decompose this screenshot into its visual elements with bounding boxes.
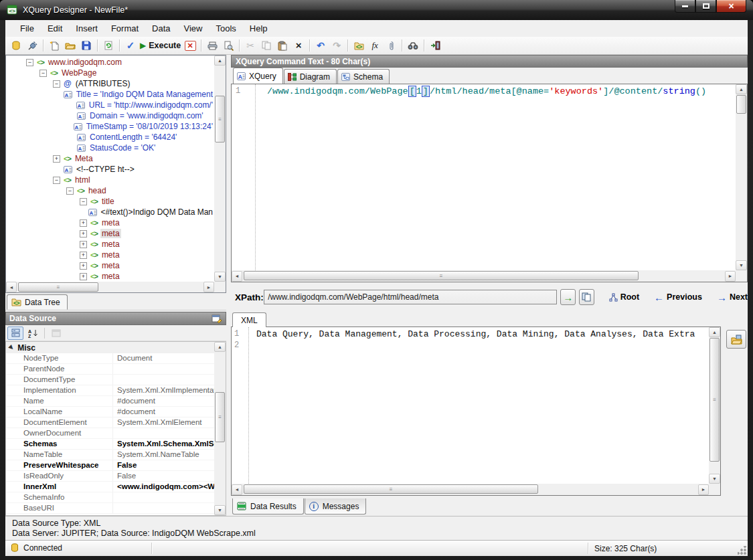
editor-horizontal-scrollbar[interactable]: ◄ ≡ ► — [232, 270, 736, 282]
xml-results-editor[interactable]: 12 Data Query, Data Management, Data Pro… — [231, 326, 721, 496]
connect-button[interactable] — [24, 38, 40, 54]
tab-xquery[interactable]: A XQuery — [233, 68, 283, 84]
exit-button[interactable] — [427, 38, 443, 54]
propgrid-vscroll-thumb[interactable]: ≡ — [215, 392, 225, 442]
tab-diagram[interactable]: Diagram — [284, 69, 337, 84]
editor-hscroll-thumb[interactable]: ≡ — [244, 271, 639, 280]
scroll-down-icon[interactable]: ▼ — [214, 272, 226, 282]
property-row[interactable]: NodeTypeDocument — [6, 353, 214, 364]
expand-icon[interactable]: + — [80, 219, 87, 227]
validate-button[interactable]: ✓ — [122, 38, 139, 54]
menu-edit[interactable]: Edit — [41, 21, 69, 36]
property-row[interactable]: DocumentType — [6, 375, 214, 385]
tree-node[interactable]: −<>WebPage — [6, 68, 214, 78]
scroll-up-icon[interactable]: ▲ — [214, 56, 226, 66]
scroll-left-icon[interactable]: ◄ — [6, 282, 17, 292]
function-button[interactable]: fx — [367, 38, 383, 54]
delete-button[interactable]: × — [290, 38, 307, 54]
tree-node[interactable]: ADomain = 'www.indigodqm.com' — [6, 110, 214, 121]
collapse-icon[interactable]: − — [39, 70, 47, 77]
menu-view[interactable]: View — [177, 21, 210, 36]
scroll-down-icon[interactable]: ▼ — [214, 505, 226, 515]
tree-node[interactable]: +<>Meta — [6, 153, 214, 164]
open-result-button[interactable] — [726, 330, 746, 349]
results-vscroll-thumb[interactable]: ≡ — [709, 338, 720, 462]
stop-button[interactable]: ✕ — [182, 38, 198, 54]
cut-button[interactable]: ✂ — [242, 38, 258, 54]
tree-node[interactable]: +<>meta — [6, 228, 214, 239]
property-row[interactable]: LocalName#document — [6, 407, 214, 417]
scroll-left-icon[interactable]: ◄ — [232, 271, 242, 282]
tree-node[interactable]: AURL = 'http://www.indigodqm.com/' — [6, 100, 214, 110]
property-row[interactable]: ImplementationSystem.Xml.XmlImplementati… — [6, 385, 214, 396]
xpath-input[interactable] — [264, 290, 557, 304]
propgrid-vertical-scrollbar[interactable]: ▲ ≡ ▼ — [214, 342, 226, 515]
xpath-copy-button[interactable] — [579, 289, 594, 305]
print-button[interactable] — [204, 38, 220, 54]
scroll-right-icon[interactable]: ► — [698, 484, 709, 495]
tree-node[interactable]: +<>meta — [6, 239, 214, 250]
results-hscroll-thumb[interactable]: ≡ — [244, 484, 538, 494]
editor-vscroll-thumb[interactable] — [736, 95, 746, 114]
property-row[interactable]: Name#document — [6, 396, 214, 407]
collapse-icon[interactable]: − — [26, 59, 33, 66]
tree-vscroll-thumb[interactable]: ≡ — [215, 96, 225, 143]
tree-node[interactable]: ATimeStamp = '08/10/2019 13:13:24' — [6, 121, 214, 132]
tree-node[interactable]: A<!--CTYPE ht--> — [6, 164, 214, 175]
previous-button[interactable]: ← Previous — [654, 292, 702, 303]
property-category[interactable]: ▶Misc — [6, 342, 214, 353]
menu-file[interactable]: File — [13, 21, 41, 36]
property-row[interactable]: SchemaInfo — [6, 492, 214, 503]
xml-fragment-button[interactable]: <> — [351, 38, 367, 54]
open-file-button[interactable] — [62, 38, 78, 54]
collapse-icon[interactable]: − — [66, 187, 74, 195]
scroll-up-icon[interactable]: ▲ — [214, 342, 226, 352]
properties-window-icon[interactable] — [212, 314, 222, 323]
menu-format[interactable]: Format — [104, 21, 145, 36]
tree-hscroll-thumb[interactable]: ≡ — [18, 282, 98, 292]
expand-icon[interactable]: + — [80, 252, 87, 259]
maximize-button[interactable] — [695, 0, 716, 13]
tree-node[interactable]: −<>title — [6, 196, 214, 207]
property-row[interactable]: OwnerDocument — [6, 428, 214, 439]
tree-node[interactable]: ATitle = 'Indigo DQM Data Management — [6, 89, 214, 100]
expand-icon[interactable]: + — [80, 230, 87, 238]
scroll-up-icon[interactable]: ▲ — [736, 84, 747, 94]
save-button[interactable] — [78, 38, 94, 54]
tree-node[interactable]: −@(ATTRIBUTES) — [6, 78, 214, 89]
property-row[interactable]: IsReadOnlyFalse — [6, 471, 214, 482]
results-vertical-scrollbar[interactable]: ▲ ≡ ▼ — [709, 327, 720, 484]
tree-node[interactable]: AStatusCode = 'OK' — [6, 143, 214, 153]
property-row[interactable]: DocumentElementSystem.Xml.XmlElement — [6, 417, 214, 428]
property-row[interactable]: ParentNode — [6, 364, 214, 375]
new-file-button[interactable] — [46, 38, 62, 54]
tree-node[interactable]: A<#text()>Indigo DQM Data Man — [6, 207, 214, 217]
undo-button[interactable]: ↶ — [313, 38, 329, 54]
tab-data-results[interactable]: Data Results — [232, 498, 304, 515]
scroll-left-icon[interactable]: ◄ — [232, 484, 242, 495]
scroll-down-icon[interactable]: ▼ — [736, 260, 747, 270]
find-button[interactable] — [405, 38, 421, 54]
property-row[interactable]: NameTableSystem.Xml.NameTable — [6, 450, 214, 460]
print-preview-button[interactable] — [220, 38, 236, 54]
property-row[interactable]: PreserveWhitespaceFalse — [6, 460, 214, 471]
execute-button[interactable]: ▶Execute — [139, 38, 182, 54]
xquery-code-editor[interactable]: 1 /www.indigodqm.com/WebPage[1]/html/hea… — [231, 84, 748, 282]
expand-icon[interactable]: + — [80, 262, 87, 270]
editor-vertical-scrollbar[interactable]: ▲ ▼ — [736, 84, 747, 270]
menu-tools[interactable]: Tools — [209, 21, 242, 36]
tree-horizontal-scrollbar[interactable]: ◄ ≡ ► — [6, 282, 214, 292]
tab-messages[interactable]: i Messages — [305, 498, 367, 515]
tree-node[interactable]: −<>html — [6, 175, 214, 185]
xpath-go-button[interactable]: → — [560, 289, 576, 305]
refresh-button[interactable] — [100, 38, 116, 54]
tree-node[interactable]: −<>www.indigodqm.com — [6, 57, 214, 68]
root-button[interactable]: Root — [609, 292, 639, 302]
scroll-up-icon[interactable]: ▲ — [709, 327, 720, 337]
scroll-down-icon[interactable]: ▼ — [709, 474, 720, 484]
menu-help[interactable]: Help — [243, 21, 274, 36]
tree-node[interactable]: +<>meta — [6, 260, 214, 271]
redo-button[interactable]: ↷ — [329, 38, 345, 54]
collapse-icon[interactable]: − — [80, 198, 87, 205]
minimize-button[interactable] — [675, 0, 695, 13]
